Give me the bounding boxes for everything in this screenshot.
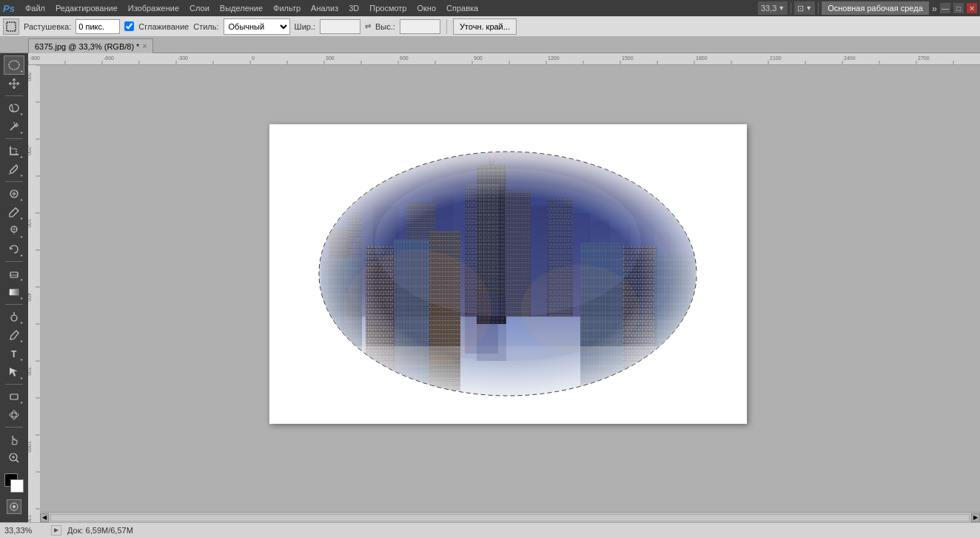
tool-healing[interactable]: ▸: [4, 185, 24, 203]
tool-type-arrow: ▸: [21, 357, 23, 362]
canvas-viewport[interactable]: ◀ ▶: [40, 65, 980, 522]
toolbar-sep-3: [5, 181, 23, 182]
tab-filename: 6375.jpg @ 33,3% (RGB/8) *: [35, 42, 139, 51]
toolbar-sep-6: [5, 384, 23, 385]
tool-eyedropper-arrow: ▸: [21, 172, 23, 178]
current-tool-icon[interactable]: [3, 18, 19, 35]
tool-type[interactable]: T ▸: [4, 345, 24, 362]
right-controls: 33,3 ▼ ⊡ ▼ Основная рабочая среда » — □ …: [758, 1, 977, 15]
canvas-document: [269, 124, 747, 424]
menu-select[interactable]: Выделение: [215, 2, 267, 14]
zoom-dropdown-icon[interactable]: ▼: [778, 4, 785, 12]
svg-text:-300: -300: [178, 55, 188, 61]
svg-point-32: [13, 505, 16, 508]
brush-size-display: ⊡: [797, 4, 804, 13]
toolbar-sep-2: [5, 138, 23, 139]
scroll-right-btn[interactable]: ▶: [971, 513, 980, 522]
svg-text:0: 0: [252, 55, 255, 61]
svg-point-24: [10, 413, 19, 417]
toolbar-sep-7: [5, 427, 23, 428]
width-input[interactable]: [320, 19, 360, 34]
tool-brush[interactable]: ▸: [4, 203, 24, 221]
main-layout: ▸ ▸ ▸: [0, 53, 980, 522]
ps-logo: Ps: [3, 3, 15, 14]
style-label: Стиль:: [193, 22, 218, 31]
tool-shape-arrow: ▸: [21, 399, 23, 405]
tab-close-icon[interactable]: ×: [142, 42, 147, 50]
svg-rect-4: [15, 124, 17, 126]
tool-hand[interactable]: [4, 430, 24, 448]
tool-clone-arrow: ▸: [21, 234, 23, 239]
tool-pen-arrow: ▸: [21, 338, 23, 343]
status-nav-btn[interactable]: ▶: [51, 525, 61, 536]
tool-clone[interactable]: ▸: [4, 222, 24, 240]
tool-zoom[interactable]: [4, 449, 24, 467]
ruler-side-container: -500-20010040070010001300: [28, 65, 980, 522]
tool-dodge[interactable]: ▸: [4, 308, 24, 325]
tool-eraser[interactable]: ▸: [4, 265, 24, 283]
workspace-button[interactable]: Основная рабочая среда: [822, 1, 929, 15]
svg-text:1300: 1300: [28, 515, 32, 522]
options-bar: Растушевка: Сглаживание Стиль: Обычный Ш…: [0, 16, 980, 37]
toolbar-sep-5: [5, 304, 23, 305]
scroll-thumb[interactable]: [50, 514, 970, 521]
brush-dropdown-icon[interactable]: ▼: [805, 4, 812, 12]
zoom-level: 33,33%: [4, 526, 45, 535]
tab-bar: 6375.jpg @ 33,3% (RGB/8) * ×: [0, 37, 980, 53]
refine-edge-button[interactable]: Уточн. край...: [453, 18, 517, 35]
maximize-button[interactable]: □: [953, 3, 964, 13]
menu-layers[interactable]: Слои: [185, 2, 214, 14]
height-input[interactable]: [400, 19, 440, 34]
zoom-display: 33,3: [761, 4, 776, 13]
tool-magic-wand[interactable]: ▸: [4, 118, 24, 135]
menu-view[interactable]: Просмотр: [365, 2, 411, 14]
minimize-button[interactable]: —: [940, 3, 950, 13]
svg-text:T: T: [11, 349, 17, 359]
svg-line-8: [9, 173, 10, 175]
smooth-checkbox[interactable]: [124, 21, 134, 31]
menu-window[interactable]: Окно: [413, 2, 441, 14]
menu-analysis[interactable]: Анализ: [306, 2, 343, 14]
svg-rect-16: [10, 272, 18, 277]
tool-gradient[interactable]: ▸: [4, 283, 24, 301]
tool-shape[interactable]: ▸: [4, 388, 24, 405]
menu-file[interactable]: Файл: [21, 2, 50, 14]
tool-crop[interactable]: ▸: [4, 142, 24, 160]
menu-filter[interactable]: Фильтр: [269, 2, 305, 14]
menu-3d[interactable]: 3D: [344, 2, 363, 14]
svg-text:1800: 1800: [696, 55, 708, 61]
menu-edit[interactable]: Редактирование: [51, 2, 122, 14]
tool-eyedropper[interactable]: ▸: [4, 161, 24, 178]
feather-input[interactable]: [75, 19, 120, 34]
horizontal-scrollbar[interactable]: ◀ ▶: [40, 512, 980, 522]
document-tab[interactable]: 6375.jpg @ 33,3% (RGB/8) * ×: [28, 38, 153, 53]
svg-text:300: 300: [326, 55, 335, 61]
tool-history[interactable]: ▸: [4, 240, 24, 258]
tool-pen[interactable]: ▸: [4, 326, 24, 344]
svg-rect-18: [10, 289, 19, 295]
ruler-left: -500-20010040070010001300: [28, 65, 40, 522]
style-select[interactable]: Обычный: [224, 18, 290, 35]
background-color[interactable]: [10, 479, 24, 493]
tool-arrow-icon: ▸: [21, 68, 23, 73]
scroll-left-btn[interactable]: ◀: [40, 513, 49, 522]
svg-text:600: 600: [400, 55, 409, 61]
tool-move[interactable]: [4, 75, 24, 92]
menu-help[interactable]: Справка: [442, 2, 483, 14]
more-workspaces-icon[interactable]: »: [932, 3, 937, 14]
status-bar: 33,33% ▶ Док: 6,59М/6,57М: [0, 522, 980, 537]
status-arrow-icon: ▶: [54, 527, 58, 533]
tool-lasso-arrow: ▸: [21, 111, 23, 116]
tool-marquee[interactable]: ▸: [4, 56, 24, 74]
tool-lasso[interactable]: ▸: [4, 99, 24, 117]
svg-text:-500: -500: [28, 71, 32, 81]
svg-point-1: [9, 61, 19, 70]
quick-mask-btn[interactable]: [7, 499, 21, 514]
width-label: Шир.:: [295, 22, 315, 31]
close-button[interactable]: ✕: [967, 3, 977, 13]
svg-text:2700: 2700: [918, 55, 930, 61]
menu-image[interactable]: Изображение: [124, 2, 184, 14]
tool-path-select[interactable]: ▸: [4, 363, 24, 381]
tool-3d-rotate[interactable]: [4, 406, 24, 424]
smooth-label: Сглаживание: [138, 22, 189, 31]
